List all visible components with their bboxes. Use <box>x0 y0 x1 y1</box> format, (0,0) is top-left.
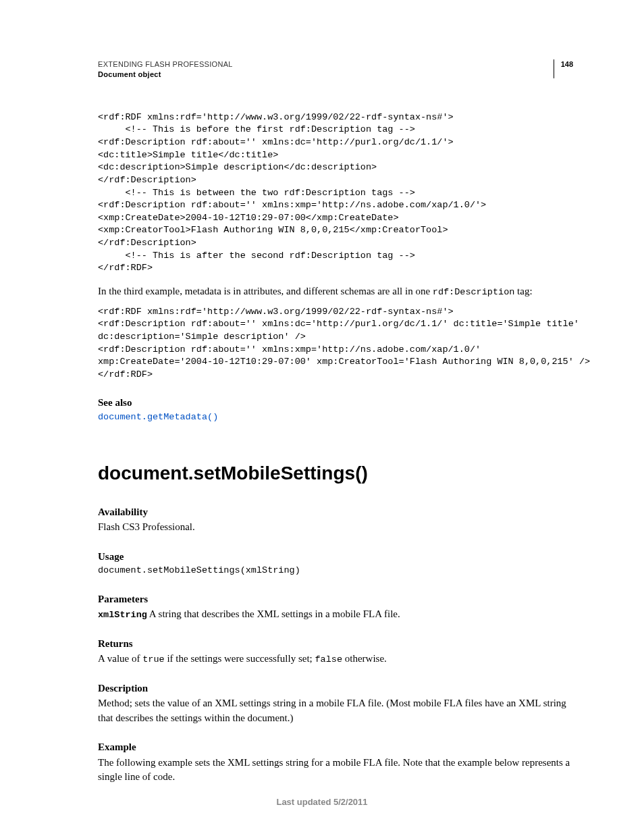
inline-code: true <box>142 654 164 664</box>
para-text: In the third example, metadata is in att… <box>98 286 433 296</box>
code-block-1: <rdf:RDF xmlns:rdf='http://www.w3.org/19… <box>98 111 573 275</box>
param-name: xmlString <box>98 610 147 620</box>
description-text: Method; sets the value of an XML setting… <box>98 696 573 726</box>
availability-label: Availability <box>98 505 573 519</box>
code-block-2: <rdf:RDF xmlns:rdf='http://www.w3.org/19… <box>98 306 573 382</box>
paragraph-intro: In the third example, metadata is in att… <box>98 284 573 299</box>
page-header: EXTENDING FLASH PROFESSIONAL Document ob… <box>98 59 573 80</box>
usage-label: Usage <box>98 550 573 563</box>
text: otherwise. <box>342 653 387 664</box>
footer-updated: Last updated 5/2/2011 <box>0 796 644 808</box>
inline-code: false <box>315 654 343 664</box>
para-text: tag: <box>514 286 532 296</box>
example-text: The following example sets the XML setti… <box>98 756 573 785</box>
param-desc: A string that describes the XML settings… <box>147 608 400 619</box>
text: A value of <box>98 653 142 664</box>
example-label: Example <box>98 740 573 754</box>
availability-text: Flash CS3 Professional. <box>98 520 573 535</box>
description-label: Description <box>98 681 573 695</box>
header-left: EXTENDING FLASH PROFESSIONAL Document ob… <box>98 59 233 80</box>
parameters-text: xmlString A string that describes the XM… <box>98 607 573 622</box>
method-heading: document.setMobileSettings() <box>98 461 573 486</box>
returns-text: A value of true if the settings were suc… <box>98 652 573 667</box>
page-number-wrap: 148 <box>554 59 573 78</box>
inline-code: rdf:Description <box>433 287 515 297</box>
returns-label: Returns <box>98 637 573 650</box>
see-also-link[interactable]: document.getMetadata() <box>98 411 573 423</box>
parameters-label: Parameters <box>98 592 573 606</box>
doc-title: EXTENDING FLASH PROFESSIONAL <box>98 59 233 70</box>
usage-code: document.setMobileSettings(xmlString) <box>98 565 573 577</box>
page-number: 148 <box>561 59 573 70</box>
text: if the settings were successfully set; <box>165 653 315 664</box>
doc-section: Document object <box>98 70 233 80</box>
see-also-label: See also <box>98 396 573 409</box>
